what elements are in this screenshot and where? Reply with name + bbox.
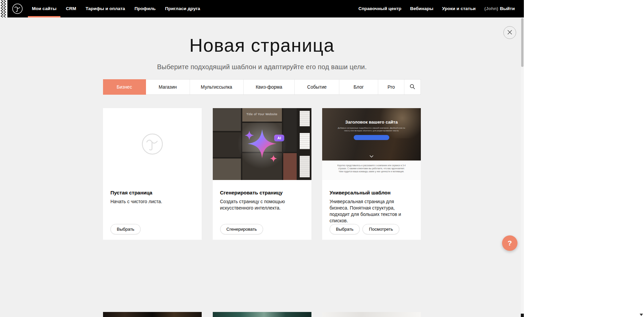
- tab-event[interactable]: Событие: [295, 80, 339, 94]
- zigzag-decoration: [0, 0, 7, 17]
- template-collage: Title of Your Website: [213, 108, 311, 180]
- main-menu: Мои сайты CRM Тарифы и оплата Профиль Пр…: [32, 0, 200, 17]
- card-title: Сгенерировать страницу: [220, 190, 304, 195]
- secondary-menu: Справочный центр Вебинары Уроки и статьи…: [358, 0, 515, 17]
- ai-badge: AI: [277, 136, 281, 140]
- search-icon: [410, 84, 415, 90]
- nav-item-webinars[interactable]: Вебинары: [410, 0, 433, 17]
- tilda-logo-icon[interactable]: [12, 3, 23, 14]
- scrollbar[interactable]: [521, 0, 524, 317]
- card-actions: Выбрать: [110, 224, 141, 234]
- card-ai-generate[interactable]: Title of Your Website: [213, 108, 311, 240]
- preview-template-button[interactable]: Посмотреть: [362, 224, 399, 234]
- template-body-text: Коротко представьтесь и расскажите о ком…: [337, 164, 406, 173]
- close-icon: [507, 30, 512, 36]
- nav-item-profile[interactable]: Профиль: [135, 0, 156, 17]
- nav-item-invite-friend[interactable]: Пригласи друга: [165, 0, 200, 17]
- tab-business[interactable]: Бизнес: [103, 79, 146, 95]
- ai-generate-preview: Title of Your Website: [213, 108, 311, 180]
- select-template-button[interactable]: Выбрать: [330, 224, 360, 234]
- card-description: Создать страницу с помощью искусственног…: [220, 198, 301, 211]
- help-button[interactable]: ?: [502, 235, 517, 251]
- tab-multilink[interactable]: Мультиссылка: [190, 80, 244, 94]
- template-hero-heading: Заголовок вашего сайта: [322, 120, 421, 125]
- generate-button[interactable]: Сгенерировать: [220, 224, 263, 234]
- scrollbar-thumb[interactable]: [521, 18, 524, 67]
- template-thumbnail-partial[interactable]: [213, 312, 311, 317]
- template-grid: Пустая страница Начать с чистого листа. …: [103, 108, 421, 240]
- card-actions: Сгенерировать: [220, 224, 263, 234]
- card-universal-template[interactable]: Заголовок вашего сайта Добавьте интересн…: [322, 108, 421, 240]
- card-blank-page[interactable]: Пустая страница Начать с чистого листа. …: [103, 108, 202, 240]
- tab-pro[interactable]: Pro: [378, 80, 404, 94]
- collage-tile: [298, 153, 311, 180]
- universal-template-preview: Заголовок вашего сайта Добавьте интересн…: [322, 108, 421, 180]
- ai-sparkle-icon: AI: [232, 117, 292, 171]
- nav-item-tariffs[interactable]: Тарифы и оплата: [86, 0, 125, 17]
- card-title: Универсальный шаблон: [330, 190, 413, 195]
- template-thumbnail-partial[interactable]: [322, 312, 421, 317]
- collage-tile: [298, 108, 311, 129]
- nav-item-lessons[interactable]: Уроки и статьи: [442, 0, 476, 17]
- collage-tile: [298, 130, 311, 152]
- collage-preview-title: Title of Your Website: [213, 112, 311, 116]
- nav-item-logout[interactable]: (John)Выйти: [484, 0, 515, 17]
- nav-item-help-center[interactable]: Справочный центр: [358, 0, 401, 17]
- next-template-row: [103, 312, 421, 317]
- user-name: (John): [484, 6, 498, 11]
- template-cta-pill: [354, 135, 389, 140]
- top-navbar: Мои сайты CRM Тарифы и оплата Профиль Пр…: [0, 0, 524, 17]
- template-hero: Заголовок вашего сайта Добавьте интересн…: [322, 108, 421, 161]
- tab-shop[interactable]: Магазин: [146, 80, 190, 94]
- nav-item-crm[interactable]: CRM: [66, 0, 76, 17]
- chevron-down-icon: [369, 153, 374, 159]
- tilda-watermark-icon: [141, 133, 163, 155]
- outer-scroll-arrow-icon[interactable]: [640, 314, 643, 316]
- close-button[interactable]: [503, 26, 516, 39]
- template-body-section: Коротко представьтесь и расскажите о ком…: [322, 161, 421, 180]
- card-actions: Выбрать Посмотреть: [330, 224, 399, 234]
- scrollbar-bottom-cap[interactable]: [521, 314, 524, 317]
- card-description: Универсальная страница для бизнеса. Поня…: [330, 198, 413, 224]
- app-window: Мои сайты CRM Тарифы и оплата Профиль Пр…: [0, 0, 524, 317]
- nav-item-my-sites[interactable]: Мои сайты: [32, 0, 56, 17]
- tab-blog[interactable]: Блог: [339, 80, 378, 94]
- template-thumbnail-partial[interactable]: [103, 312, 202, 317]
- card-description: Начать с чистого листа.: [110, 198, 194, 205]
- search-tab[interactable]: [404, 80, 420, 94]
- select-blank-button[interactable]: Выбрать: [110, 224, 141, 234]
- page-title: Новая страница: [0, 35, 524, 56]
- logout-label: Выйти: [500, 6, 515, 11]
- blank-page-preview: [103, 108, 202, 180]
- tab-quiz-form[interactable]: Квиз-форма: [244, 80, 295, 94]
- page-subtitle: Выберите подходящий шаблон и адаптируйте…: [0, 63, 524, 71]
- template-category-tabs: Бизнес Магазин Мультиссылка Квиз-форма С…: [103, 79, 421, 95]
- template-hero-subtext: Добавьте интересные подробности о вашей …: [337, 127, 406, 132]
- card-title: Пустая страница: [110, 190, 194, 195]
